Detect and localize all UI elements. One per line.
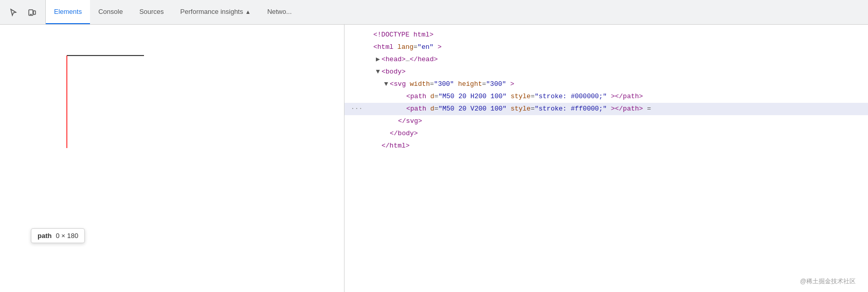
dom-line: ▼ <svg width="300" height="300" > — [345, 78, 868, 90]
dom-line-selected[interactable]: ··· <path d="M50 20 V200 100" style="str… — [345, 103, 868, 115]
svg-preview — [41, 45, 206, 212]
tooltip-size: 0 × 180 — [56, 232, 78, 240]
devtools-tabbar: Elements Console Sources Performance ins… — [0, 0, 868, 25]
dom-panel[interactable]: <!DOCTYPE html> <html lang="en" > ▶ <hea… — [345, 25, 868, 292]
tab-console[interactable]: Console — [90, 0, 131, 24]
tooltip-tag: path — [38, 232, 51, 240]
tab-network[interactable]: Netwo... — [259, 0, 300, 24]
dom-line: <!DOCTYPE html> — [345, 29, 868, 41]
device-toolbar-button[interactable] — [25, 5, 39, 20]
tabs-list: Elements Console Sources Performance ins… — [46, 0, 868, 24]
main-content: path 0 × 180 <!DOCTYPE html> <html lang=… — [0, 25, 868, 292]
element-tooltip: path 0 × 180 — [31, 228, 85, 243]
tab-elements[interactable]: Elements — [46, 0, 90, 24]
dom-line: </html> — [345, 140, 868, 152]
preview-panel: path 0 × 180 — [0, 25, 345, 292]
tab-performance-insights[interactable]: Performance insights ▲ — [172, 0, 259, 24]
dom-line: </body> — [345, 127, 868, 140]
tab-icon-group — [0, 0, 46, 24]
dom-line: ▶ <head>…</head> — [345, 53, 868, 66]
tab-sources[interactable]: Sources — [131, 0, 172, 24]
inspect-element-button[interactable] — [6, 5, 21, 20]
dom-line: <path d="M50 20 H200 100" style="stroke:… — [345, 90, 868, 103]
svg-rect-1 — [33, 11, 35, 14]
performance-badge: ▲ — [245, 9, 251, 15]
dom-line: <html lang="en" > — [345, 41, 868, 53]
dom-line: ▼ <body> — [345, 66, 868, 78]
dom-line: </svg> — [345, 115, 868, 127]
watermark: @稀土掘金技术社区 — [800, 277, 856, 286]
